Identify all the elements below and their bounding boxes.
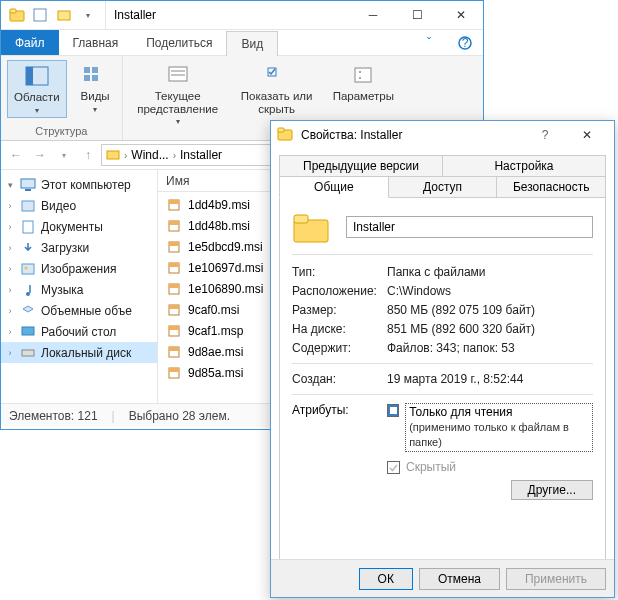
documents-icon <box>20 219 36 235</box>
svg-rect-9 <box>92 67 98 73</box>
dialog-title: Свойства: Installer <box>301 128 402 142</box>
nav-local-disk[interactable]: ›Локальный диск <box>1 342 157 363</box>
hidden-checkbox[interactable]: Скрытый <box>387 460 593 474</box>
prop-type: Папка с файлами <box>387 265 593 279</box>
svg-rect-19 <box>107 151 119 159</box>
file-name: 1e5dbcd9.msi <box>188 240 263 254</box>
titlebar: ▾ Installer ─ ☐ ✕ <box>1 1 483 30</box>
crumb-windows[interactable]: Wind... <box>131 148 168 162</box>
file-name: 1dd48b.msi <box>188 219 250 233</box>
qat-new-folder-icon[interactable] <box>55 6 73 24</box>
svg-rect-8 <box>84 67 90 73</box>
tab-previous-versions[interactable]: Предыдущие версии <box>279 155 443 177</box>
minimize-button[interactable]: ─ <box>351 1 395 29</box>
svg-rect-44 <box>169 347 179 351</box>
nav-documents[interactable]: ›Документы <box>1 216 157 237</box>
file-name: 9d8ae.msi <box>188 345 243 359</box>
svg-rect-28 <box>22 350 34 356</box>
svg-rect-1 <box>10 9 16 13</box>
file-name: 1e10697d.msi <box>188 261 263 275</box>
nav-desktop[interactable]: ›Рабочий стол <box>1 321 157 342</box>
file-name: 1dd4b9.msi <box>188 198 250 212</box>
svg-rect-50 <box>294 215 308 223</box>
ribbon-collapse-icon[interactable]: ˇ <box>411 30 447 55</box>
cube-icon <box>20 303 36 319</box>
dialog-titlebar: Свойства: Installer ? ✕ <box>271 121 614 149</box>
file-menu[interactable]: Файл <box>1 30 59 55</box>
nav-downloads[interactable]: ›Загрузки <box>1 237 157 258</box>
disk-icon <box>20 345 36 361</box>
tab-security[interactable]: Безопасность <box>497 176 606 198</box>
svg-rect-10 <box>84 75 90 81</box>
nav-back-button[interactable]: ← <box>5 144 27 166</box>
nav-this-pc[interactable]: ▾Этот компьютер <box>1 174 157 195</box>
prop-contains: Файлов: 343; папок: 53 <box>387 341 593 355</box>
tab-customize[interactable]: Настройка <box>443 155 606 177</box>
tab-view[interactable]: Вид <box>226 31 278 56</box>
qat-dropdown-icon[interactable]: ▾ <box>79 6 97 24</box>
file-name: 1e106890.msi <box>188 282 263 296</box>
checkbox-checked-icon <box>387 461 400 474</box>
msi-icon <box>166 365 182 381</box>
ribbon-panes-button[interactable]: Области ▾ <box>7 60 67 118</box>
nav-videos[interactable]: ›Видео <box>1 195 157 216</box>
svg-rect-23 <box>23 221 33 233</box>
other-attributes-button[interactable]: Другие... <box>511 480 593 500</box>
apply-button[interactable]: Применить <box>506 568 606 590</box>
prop-location: C:\Windows <box>387 284 593 298</box>
nav-music[interactable]: ›Музыка <box>1 279 157 300</box>
qat-properties-icon[interactable] <box>31 6 49 24</box>
readonly-checkbox[interactable]: Только для чтения (применимо только к фа… <box>387 403 593 452</box>
dialog-help-button[interactable]: ? <box>524 121 566 149</box>
nav-pictures[interactable]: ›Изображения <box>1 258 157 279</box>
window-title: Installer <box>114 8 351 22</box>
ribbon-options-button[interactable]: Параметры <box>327 60 400 105</box>
msi-icon <box>166 239 182 255</box>
ok-button[interactable]: ОК <box>359 568 413 590</box>
ribbon-current-view-button[interactable]: Текущее представление ▾ <box>129 60 227 128</box>
tab-share[interactable]: Поделиться <box>132 30 226 55</box>
properties-dialog: Свойства: Installer ? ✕ Предыдущие верси… <box>270 120 615 598</box>
cancel-button[interactable]: Отмена <box>419 568 500 590</box>
svg-rect-40 <box>169 305 179 309</box>
downloads-icon <box>20 240 36 256</box>
nav-forward-button[interactable]: → <box>29 144 51 166</box>
tab-home[interactable]: Главная <box>59 30 133 55</box>
help-icon[interactable]: ? <box>447 30 483 55</box>
file-name: 9caf0.msi <box>188 303 239 317</box>
svg-rect-42 <box>169 326 179 330</box>
svg-rect-22 <box>22 201 34 211</box>
svg-rect-38 <box>169 284 179 288</box>
maximize-button[interactable]: ☐ <box>395 1 439 29</box>
msi-icon <box>166 344 182 360</box>
ribbon-show-hide-button[interactable]: Показать или скрыть ▾ <box>235 60 319 128</box>
layouts-icon <box>82 62 108 88</box>
panes-icon <box>24 63 50 89</box>
folder-icon <box>106 147 120 164</box>
svg-rect-46 <box>169 368 179 372</box>
ribbon-tabs: Файл Главная Поделиться Вид ˇ ? <box>1 30 483 56</box>
svg-rect-20 <box>21 179 35 188</box>
current-view-icon <box>165 62 191 88</box>
desktop-icon <box>20 324 36 340</box>
tab-general[interactable]: Общие <box>279 176 389 198</box>
ribbon-layouts-button[interactable]: Виды ▾ <box>75 60 116 116</box>
svg-point-25 <box>25 266 28 269</box>
nav-up-button[interactable]: ↑ <box>77 144 99 166</box>
dialog-close-button[interactable]: ✕ <box>566 121 608 149</box>
nav-recent-button[interactable]: ▾ <box>53 144 75 166</box>
svg-text:?: ? <box>462 36 469 50</box>
navigation-pane[interactable]: ▾Этот компьютер ›Видео ›Документы ›Загру… <box>1 170 158 403</box>
status-count: Элементов: 121 <box>9 409 98 423</box>
crumb-installer[interactable]: Installer <box>180 148 222 162</box>
svg-rect-3 <box>58 11 70 20</box>
nav-3dobjects[interactable]: ›Объемные объе <box>1 300 157 321</box>
svg-rect-12 <box>169 67 187 81</box>
prop-created: 19 марта 2019 г., 8:52:44 <box>387 372 593 386</box>
close-button[interactable]: ✕ <box>439 1 483 29</box>
file-name: 9d85a.msi <box>188 366 243 380</box>
tab-sharing[interactable]: Доступ <box>389 176 498 198</box>
folder-name-input[interactable] <box>346 216 593 238</box>
video-icon <box>20 198 36 214</box>
prop-size: 850 МБ (892 075 109 байт) <box>387 303 593 317</box>
